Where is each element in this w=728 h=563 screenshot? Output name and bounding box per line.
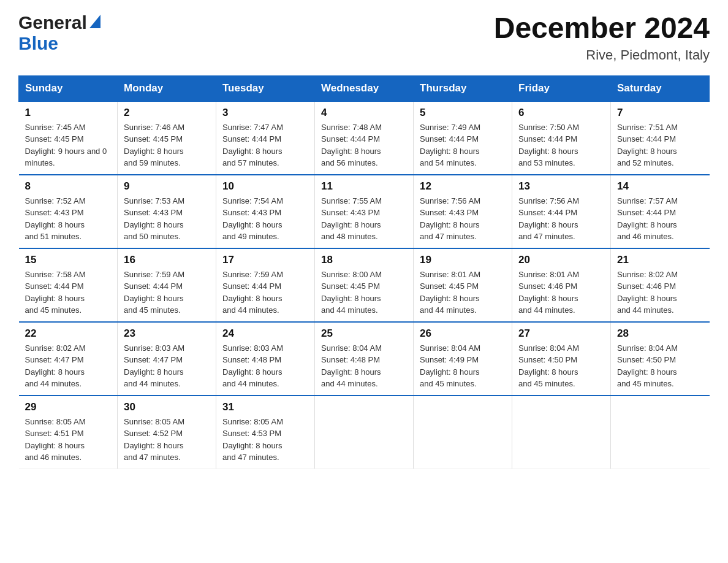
day-number: 9: [124, 180, 210, 193]
day-number: 28: [617, 327, 703, 340]
col-monday: Monday: [118, 75, 216, 101]
calendar-table: Sunday Monday Tuesday Wednesday Thursday…: [18, 75, 710, 470]
day-info: Sunrise: 7:51 AM Sunset: 4:44 PM Dayligh…: [617, 121, 703, 169]
day-info: Sunrise: 8:04 AM Sunset: 4:50 PM Dayligh…: [518, 342, 604, 390]
calendar-week-row: 29 Sunrise: 8:05 AM Sunset: 4:51 PM Dayl…: [19, 396, 710, 469]
day-number: 6: [518, 107, 604, 119]
calendar-cell: 25 Sunrise: 8:04 AM Sunset: 4:48 PM Dayl…: [315, 322, 414, 396]
logo-general-text: General: [18, 12, 87, 33]
day-info: Sunrise: 8:00 AM Sunset: 4:45 PM Dayligh…: [321, 269, 407, 316]
calendar-cell: 20 Sunrise: 8:01 AM Sunset: 4:46 PM Dayl…: [512, 248, 611, 322]
calendar-cell: 30 Sunrise: 8:05 AM Sunset: 4:52 PM Dayl…: [118, 396, 216, 469]
day-number: 18: [321, 254, 407, 266]
calendar-cell: 13 Sunrise: 7:56 AM Sunset: 4:44 PM Dayl…: [512, 175, 611, 248]
col-wednesday: Wednesday: [315, 75, 414, 101]
day-number: 11: [321, 180, 407, 193]
day-info: Sunrise: 8:03 AM Sunset: 4:48 PM Dayligh…: [222, 342, 308, 390]
location-title: Rive, Piedmont, Italy: [494, 47, 710, 63]
day-number: 17: [222, 254, 308, 266]
calendar-cell: [315, 396, 414, 469]
day-info: Sunrise: 7:47 AM Sunset: 4:44 PM Dayligh…: [222, 121, 308, 169]
day-info: Sunrise: 7:49 AM Sunset: 4:44 PM Dayligh…: [420, 121, 506, 169]
page-header: General Blue December 2024 Rive, Piedmon…: [18, 12, 710, 63]
day-number: 30: [124, 401, 210, 413]
calendar-cell: [414, 396, 512, 469]
day-info: Sunrise: 8:02 AM Sunset: 4:47 PM Dayligh…: [25, 342, 112, 390]
day-info: Sunrise: 8:04 AM Sunset: 4:48 PM Dayligh…: [321, 342, 407, 390]
day-info: Sunrise: 8:04 AM Sunset: 4:49 PM Dayligh…: [420, 342, 506, 390]
day-info: Sunrise: 7:58 AM Sunset: 4:44 PM Dayligh…: [25, 269, 112, 316]
day-number: 31: [222, 401, 308, 413]
calendar-cell: 18 Sunrise: 8:00 AM Sunset: 4:45 PM Dayl…: [315, 248, 414, 322]
month-title: December 2024: [494, 12, 710, 45]
day-number: 12: [420, 180, 506, 193]
day-info: Sunrise: 7:50 AM Sunset: 4:44 PM Dayligh…: [518, 121, 604, 169]
day-number: 10: [222, 180, 308, 193]
col-sunday: Sunday: [19, 75, 118, 101]
day-number: 3: [222, 107, 308, 119]
day-number: 22: [25, 327, 112, 340]
calendar-week-row: 22 Sunrise: 8:02 AM Sunset: 4:47 PM Dayl…: [19, 322, 710, 396]
day-info: Sunrise: 7:57 AM Sunset: 4:44 PM Dayligh…: [617, 195, 703, 243]
day-number: 24: [222, 327, 308, 340]
calendar-cell: 9 Sunrise: 7:53 AM Sunset: 4:43 PM Dayli…: [118, 175, 216, 248]
calendar-cell: 10 Sunrise: 7:54 AM Sunset: 4:43 PM Dayl…: [216, 175, 315, 248]
day-info: Sunrise: 8:02 AM Sunset: 4:46 PM Dayligh…: [617, 269, 703, 316]
day-info: Sunrise: 7:54 AM Sunset: 4:43 PM Dayligh…: [222, 195, 308, 243]
day-info: Sunrise: 7:45 AM Sunset: 4:45 PM Dayligh…: [25, 121, 112, 169]
calendar-cell: 21 Sunrise: 8:02 AM Sunset: 4:46 PM Dayl…: [611, 248, 710, 322]
calendar-cell: 4 Sunrise: 7:48 AM Sunset: 4:44 PM Dayli…: [315, 101, 414, 175]
col-tuesday: Tuesday: [216, 75, 315, 101]
day-info: Sunrise: 7:53 AM Sunset: 4:43 PM Dayligh…: [124, 195, 210, 243]
calendar-cell: 8 Sunrise: 7:52 AM Sunset: 4:43 PM Dayli…: [19, 175, 118, 248]
calendar-cell: 17 Sunrise: 7:59 AM Sunset: 4:44 PM Dayl…: [216, 248, 315, 322]
calendar-cell: 1 Sunrise: 7:45 AM Sunset: 4:45 PM Dayli…: [19, 101, 118, 175]
day-info: Sunrise: 7:48 AM Sunset: 4:44 PM Dayligh…: [321, 121, 407, 169]
day-number: 2: [124, 107, 210, 119]
day-number: 23: [124, 327, 210, 340]
day-number: 7: [617, 107, 703, 119]
calendar-cell: 26 Sunrise: 8:04 AM Sunset: 4:49 PM Dayl…: [414, 322, 512, 396]
col-thursday: Thursday: [414, 75, 512, 101]
day-number: 15: [25, 254, 112, 266]
calendar-cell: 2 Sunrise: 7:46 AM Sunset: 4:45 PM Dayli…: [118, 101, 216, 175]
day-number: 27: [518, 327, 604, 340]
day-info: Sunrise: 7:55 AM Sunset: 4:43 PM Dayligh…: [321, 195, 407, 243]
calendar-week-row: 15 Sunrise: 7:58 AM Sunset: 4:44 PM Dayl…: [19, 248, 710, 322]
calendar-cell: 29 Sunrise: 8:05 AM Sunset: 4:51 PM Dayl…: [19, 396, 118, 469]
calendar-cell: 11 Sunrise: 7:55 AM Sunset: 4:43 PM Dayl…: [315, 175, 414, 248]
day-number: 1: [25, 107, 112, 119]
logo: General Blue: [18, 12, 100, 54]
col-friday: Friday: [512, 75, 611, 101]
day-number: 25: [321, 327, 407, 340]
day-number: 5: [420, 107, 506, 119]
calendar-cell: 14 Sunrise: 7:57 AM Sunset: 4:44 PM Dayl…: [611, 175, 710, 248]
day-info: Sunrise: 8:04 AM Sunset: 4:50 PM Dayligh…: [617, 342, 703, 390]
calendar-cell: [512, 396, 611, 469]
day-info: Sunrise: 7:59 AM Sunset: 4:44 PM Dayligh…: [124, 269, 210, 316]
calendar-week-row: 8 Sunrise: 7:52 AM Sunset: 4:43 PM Dayli…: [19, 175, 710, 248]
calendar-cell: 7 Sunrise: 7:51 AM Sunset: 4:44 PM Dayli…: [611, 101, 710, 175]
day-info: Sunrise: 7:52 AM Sunset: 4:43 PM Dayligh…: [25, 195, 112, 243]
col-saturday: Saturday: [611, 75, 710, 101]
day-number: 13: [518, 180, 604, 193]
day-info: Sunrise: 7:46 AM Sunset: 4:45 PM Dayligh…: [124, 121, 210, 169]
day-number: 16: [124, 254, 210, 266]
day-info: Sunrise: 8:03 AM Sunset: 4:47 PM Dayligh…: [124, 342, 210, 390]
calendar-cell: 16 Sunrise: 7:59 AM Sunset: 4:44 PM Dayl…: [118, 248, 216, 322]
day-info: Sunrise: 8:01 AM Sunset: 4:45 PM Dayligh…: [420, 269, 506, 316]
logo-triangle-icon: [89, 15, 100, 31]
day-number: 20: [518, 254, 604, 266]
svg-marker-0: [89, 15, 100, 28]
calendar-cell: 3 Sunrise: 7:47 AM Sunset: 4:44 PM Dayli…: [216, 101, 315, 175]
day-number: 29: [25, 401, 112, 413]
calendar-cell: 28 Sunrise: 8:04 AM Sunset: 4:50 PM Dayl…: [611, 322, 710, 396]
calendar-cell: 6 Sunrise: 7:50 AM Sunset: 4:44 PM Dayli…: [512, 101, 611, 175]
day-number: 21: [617, 254, 703, 266]
day-info: Sunrise: 7:59 AM Sunset: 4:44 PM Dayligh…: [222, 269, 308, 316]
calendar-cell: 5 Sunrise: 7:49 AM Sunset: 4:44 PM Dayli…: [414, 101, 512, 175]
calendar-cell: 12 Sunrise: 7:56 AM Sunset: 4:43 PM Dayl…: [414, 175, 512, 248]
day-number: 4: [321, 107, 407, 119]
logo-blue-text: Blue: [18, 33, 58, 53]
calendar-cell: 23 Sunrise: 8:03 AM Sunset: 4:47 PM Dayl…: [118, 322, 216, 396]
